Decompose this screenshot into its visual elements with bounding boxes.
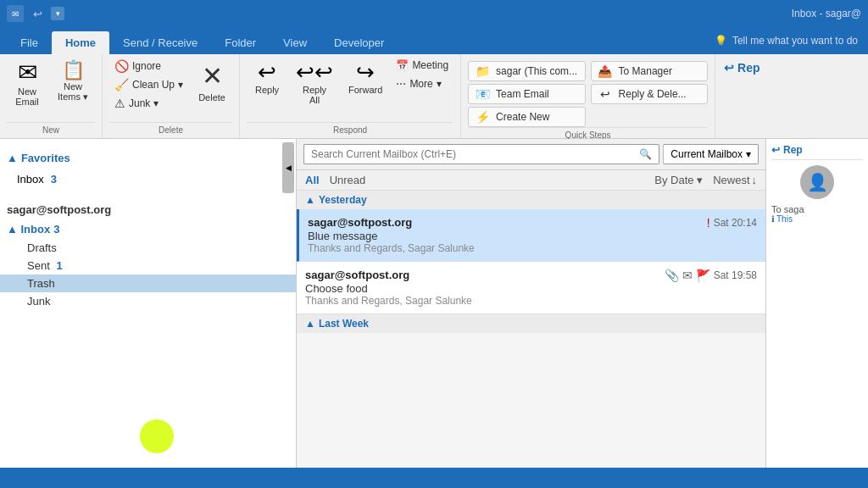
reply-all-label: ReplyAll [303,85,326,105]
email-flag-0: ! [707,216,710,230]
delete-small-buttons: 🚫 Ignore 🧹 Clean Up ▾ ⚠ Junk ▾ [109,58,188,112]
ribbon-group-respond: ↩ Reply ↩↩ ReplyAll ↪ Forward 📅 Meeting [240,54,461,138]
more-dropdown-icon: ▾ [437,78,442,90]
cleanup-button[interactable]: 🧹 Clean Up ▾ [109,76,188,93]
sidebar-item-trash[interactable]: Trash [0,274,296,292]
forward-button[interactable]: ↪ Forward [342,58,389,98]
filter-newest[interactable]: Newest ↓ [713,174,757,186]
ribbon-reading-preview: ↩ Rep [715,54,768,138]
reply-button[interactable]: ↩ Reply [247,58,287,98]
reply-all-button[interactable]: ↩↩ ReplyAll [289,58,340,108]
cleanup-label: Clean Up [132,79,175,91]
filter-by-date[interactable]: By Date ▾ [654,174,703,186]
filter-newest-label: Newest [713,174,749,186]
tab-file[interactable]: File [7,31,52,54]
reading-pane-info: ℹ This [771,214,863,224]
rep-label: ↩ Rep [724,61,760,75]
trash-label: Trash [27,277,55,290]
search-bar: 🔍 Current Mailbox ▾ [297,139,765,170]
junk-dropdown-icon: ▾ [153,97,159,109]
quickstep-reply-delete[interactable]: ↩ Reply & Dele... [591,84,709,104]
inbox-badge: 3 [51,173,57,186]
email-icons-1: 📎 ✉ 🚩 [665,269,710,282]
sidebar-item-junk[interactable]: Junk [0,292,296,310]
new-email-button[interactable]: ✉ NewEmail [7,58,47,110]
email-item-0[interactable]: sagar@softpost.org ! Sat 20:14 Blue mess… [297,209,765,262]
cleanup-icon: 🧹 [114,78,129,92]
filter-newest-arrow: ↓ [752,174,758,186]
quickstep-create-new[interactable]: ⚡ Create New [468,107,586,127]
junk-button[interactable]: ⚠ Junk ▾ [109,95,188,112]
rep-icon: ↩ [724,61,734,75]
respond-small-buttons: 📅 Meeting ⋯ More ▾ [391,58,453,92]
yesterday-collapse-icon: ▲ [305,194,315,206]
search-scope-label: Current Mailbox [670,148,743,160]
ribbon-help[interactable]: 💡 Tell me what you want to do [704,35,868,47]
favorites-collapse-icon[interactable]: ▲ [7,152,18,164]
account-inbox-label: Inbox [21,223,51,236]
title-bar: ✉ ↩ ▾ Inbox - sagar@ [0,0,868,27]
inbox-collapse-icon: ▲ [7,223,18,236]
last-week-label: Last Week [319,318,369,330]
info-icon: ℹ [771,214,775,224]
filter-all[interactable]: All [305,174,320,186]
delete-button[interactable]: ✕ Delete [192,58,232,106]
forward-label: Forward [348,85,382,95]
filter-unread[interactable]: Unread [330,174,366,186]
ribbon-tabs: File Home Send / Receive Folder View Dev… [0,27,868,54]
favorites-header: ▲ Favorites [0,147,281,169]
inbox-label: Inbox [17,173,44,186]
email-list-scroll[interactable]: ▲ Yesterday sagar@softpost.org ! Sat 20:… [297,191,765,468]
quickstep-sagar-label: sagar (This com... [496,65,577,77]
email-sender-0: sagar@softpost.org [308,216,412,229]
tab-send-receive[interactable]: Send / Receive [109,31,211,54]
status-bar [0,468,868,488]
tab-developer[interactable]: Developer [320,31,398,54]
forward-icon: ↪ [356,61,375,83]
sidebar-account: sagar@softpost.org [0,197,296,219]
app-icon: ✉ [7,5,24,22]
to-label: To [771,204,782,214]
drafts-label: Drafts [27,241,57,254]
tab-home[interactable]: Home [52,31,109,54]
rep-text: Rep [737,61,760,75]
undo-button[interactable]: ↩ [29,5,46,22]
sidebar-item-sent[interactable]: Sent 1 [0,257,296,274]
sidebar-item-drafts[interactable]: Drafts [0,239,296,257]
sidebar-inbox[interactable]: ▲ Inbox 3 [0,219,296,239]
quickstep-to-manager[interactable]: 📤 To Manager [591,61,709,81]
sent-badge: 1 [56,259,62,272]
search-button[interactable]: 🔍 [632,144,659,164]
more-button[interactable]: ⋯ More ▾ [391,76,453,92]
favorites-label: Favorites [21,152,70,164]
sidebar-collapse-btn[interactable]: ◀ [282,142,294,193]
new-items-button[interactable]: 📋 NewItems ▾ [51,58,95,106]
ignore-button[interactable]: 🚫 Ignore [109,58,188,75]
ribbon-group-quicksteps: 📁 sagar (This com... 📧 Team Email ⚡ Crea… [461,54,715,138]
search-input[interactable] [303,144,632,164]
help-icon: 💡 [715,35,727,47]
sidebar-item-inbox-favorite[interactable]: Inbox 3 [0,169,281,189]
quickstep-team-email[interactable]: 📧 Team Email [468,84,586,104]
junk-label: Junk [129,97,150,109]
email-item-1[interactable]: sagar@softpost.org 📎 ✉ 🚩 Sat 19:58 Choos… [297,262,765,314]
email-subject-0: Blue message [308,230,757,242]
tab-folder[interactable]: Folder [211,31,270,54]
info-text: This [776,214,793,224]
tab-view[interactable]: View [270,31,320,54]
quick-access-toolbar: ▾ [51,7,64,20]
ignore-icon: 🚫 [114,59,129,73]
quickstep-sagar[interactable]: 📁 sagar (This com... [468,61,586,81]
filter-date-label: By Date [654,174,693,186]
quickstep-new-icon: ⚡ [474,110,491,124]
email-preview-0: Thanks and Regards, Sagar Salunke [308,242,757,254]
meeting-button[interactable]: 📅 Meeting [391,58,453,73]
ribbon-group-new: ✉ NewEmail 📋 NewItems ▾ New [0,54,103,138]
cleanup-dropdown-icon: ▾ [178,79,183,91]
quickstep-folder-icon: 📁 [474,64,491,78]
date-group-yesterday: ▲ Yesterday [297,191,765,209]
search-scope-dropdown[interactable]: Current Mailbox ▾ [663,144,759,164]
new-email-icon: ✉ [18,61,37,85]
email-list-pane: 🔍 Current Mailbox ▾ All Unread By Date ▾… [297,139,766,468]
quickstep-to-manager-label: To Manager [619,65,672,77]
